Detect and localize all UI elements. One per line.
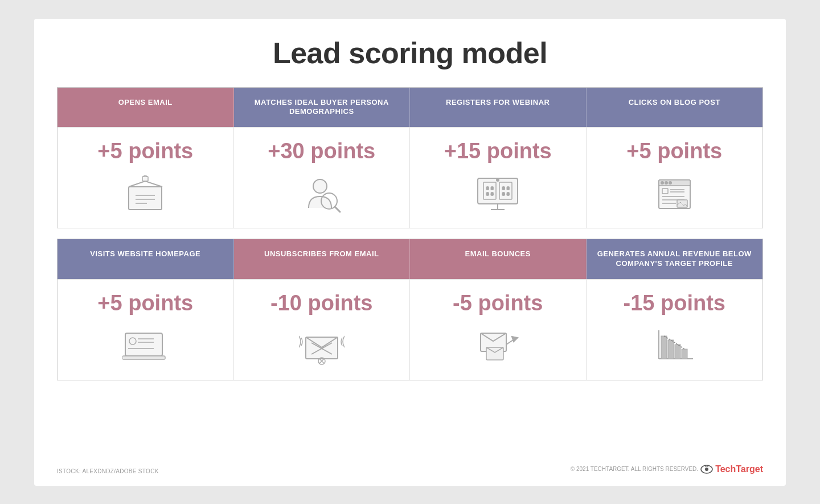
techtarget-brand-name: TechTarget [715, 464, 763, 474]
top-header-row: OPENS EMAIL MATCHES IDEAL BUYER PERSONA … [58, 88, 762, 128]
footer: ISTOCK: ALEXDNDZ/ADOBE STOCK © 2021 TECH… [57, 458, 763, 474]
svg-rect-51 [661, 336, 667, 359]
svg-line-7 [335, 207, 340, 212]
score-generates-revenue: -15 points [624, 291, 725, 315]
icon-matches-buyer [299, 174, 345, 214]
cell-visits-homepage: +5 points [58, 280, 234, 380]
svg-text:8: 8 [491, 186, 494, 191]
header-unsubscribes: UNSUBSCRIBES FROM EMAIL [234, 239, 411, 279]
svg-point-5 [313, 179, 327, 193]
score-email-bounces: -5 points [453, 291, 543, 315]
svg-rect-35 [122, 356, 165, 359]
main-card: Lead scoring model OPENS EMAIL MATCHES I… [34, 19, 786, 486]
svg-point-24 [661, 182, 663, 184]
score-unsubscribes: -10 points [270, 291, 372, 315]
svg-rect-34 [125, 333, 162, 356]
svg-text:8: 8 [507, 191, 510, 196]
score-clicks-blog: +5 points [626, 139, 722, 163]
svg-text:8: 8 [486, 191, 489, 196]
svg-rect-4 [142, 177, 148, 181]
header-visits-homepage: VISITS WEBSITE HOMEPAGE [58, 239, 234, 279]
svg-text:8: 8 [486, 186, 489, 191]
header-generates-revenue: GENERATES ANNUAL REVENUE BELOW COMPANY'S… [587, 239, 763, 279]
cell-unsubscribes: -10 points [234, 280, 411, 380]
svg-text:8: 8 [502, 186, 505, 191]
bottom-section: VISITS WEBSITE HOMEPAGE UNSUBSCRIBES FRO… [57, 239, 763, 380]
footer-copyright-text: © 2021 TECHTARGET. ALL RIGHTS RESERVED. [571, 466, 698, 472]
header-opens-email: OPENS EMAIL [58, 88, 234, 128]
svg-rect-53 [675, 345, 680, 359]
header-registers-webinar: REGISTERS FOR WEBINAR [410, 88, 587, 128]
icon-email-bounces [475, 326, 520, 366]
svg-rect-54 [682, 349, 687, 359]
svg-rect-52 [668, 340, 674, 359]
svg-text:8: 8 [502, 191, 505, 196]
cell-registers-webinar: +15 points 8 8 8 [410, 128, 587, 228]
svg-point-25 [665, 182, 667, 184]
cell-matches-buyer: +30 points [234, 128, 411, 228]
svg-rect-0 [129, 187, 162, 210]
techtarget-brand-target: Target [736, 464, 763, 474]
footer-attribution: ISTOCK: ALEXDNDZ/ADOBE STOCK [57, 468, 159, 474]
icon-visits-homepage [122, 326, 168, 366]
cell-email-bounces: -5 points [410, 280, 587, 380]
cell-clicks-blog: +5 points [587, 128, 763, 228]
svg-text:8: 8 [491, 191, 494, 196]
icon-opens-email [122, 174, 168, 214]
footer-copyright: © 2021 TECHTARGET. ALL RIGHTS RESERVED. … [571, 464, 763, 474]
score-opens-email: +5 points [97, 139, 193, 163]
icon-clicks-blog [651, 174, 697, 214]
page-title: Lead scoring model [57, 36, 763, 70]
svg-point-21 [497, 179, 499, 181]
icon-generates-revenue [651, 326, 697, 366]
icon-unsubscribes [299, 326, 345, 366]
techtarget-brand-tech: Tech [715, 464, 736, 474]
top-section: OPENS EMAIL MATCHES IDEAL BUYER PERSONA … [57, 87, 763, 229]
bottom-content-row: +5 points -10 points [58, 279, 762, 380]
svg-point-56 [705, 468, 708, 471]
score-matches-buyer: +30 points [268, 139, 375, 163]
score-registers-webinar: +15 points [444, 139, 552, 163]
cell-opens-email: +5 points [58, 128, 234, 228]
svg-marker-47 [512, 337, 518, 342]
header-matches-buyer: MATCHES IDEAL BUYER PERSONA DEMOGRAPHICS [234, 88, 411, 128]
cell-generates-revenue: -15 points [587, 280, 763, 380]
score-visits-homepage: +5 points [97, 291, 193, 315]
svg-text:8: 8 [507, 186, 510, 191]
svg-point-26 [669, 182, 671, 184]
header-email-bounces: EMAIL BOUNCES [410, 239, 587, 279]
header-clicks-blog: CLICKS ON BLOG POST [587, 88, 763, 128]
techtarget-logo: TechTarget [700, 464, 763, 474]
icon-registers-webinar: 8 8 8 8 8 8 8 8 [475, 174, 520, 214]
top-content-row: +5 points [58, 127, 762, 228]
bottom-header-row: VISITS WEBSITE HOMEPAGE UNSUBSCRIBES FRO… [58, 239, 762, 279]
